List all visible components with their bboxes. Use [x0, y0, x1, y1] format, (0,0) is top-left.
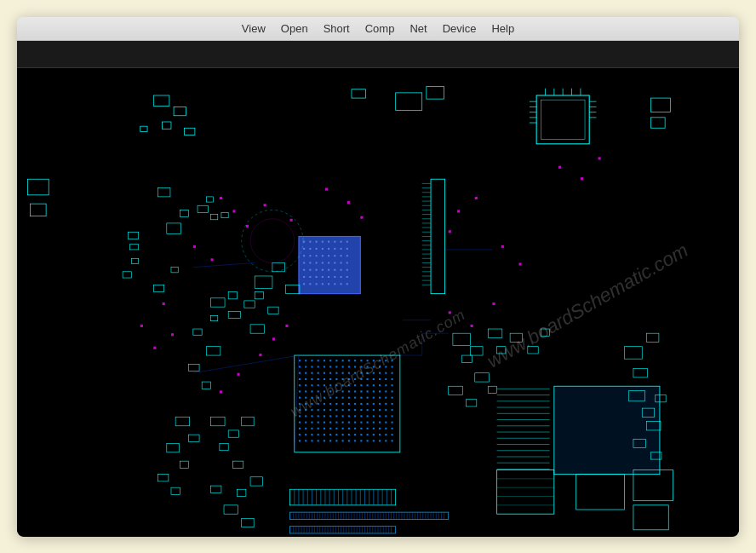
svg-rect-181: [385, 390, 387, 392]
svg-rect-189: [335, 396, 337, 398]
svg-rect-486: [153, 346, 156, 349]
svg-rect-278: [392, 427, 393, 429]
svg-rect-228: [379, 409, 381, 411]
svg-rect-82: [328, 283, 329, 285]
svg-rect-235: [324, 415, 325, 417]
svg-rect-139: [324, 377, 325, 379]
svg-rect-287: [348, 434, 350, 435]
svg-rect-496: [492, 302, 495, 305]
svg-rect-270: [342, 427, 344, 429]
svg-rect-145: [360, 377, 362, 379]
svg-rect-41: [322, 247, 324, 249]
svg-rect-310: [392, 440, 393, 441]
svg-rect-176: [354, 390, 356, 392]
svg-rect-178: [367, 390, 369, 392]
svg-rect-227: [373, 409, 375, 411]
svg-rect-193: [360, 396, 362, 398]
svg-rect-172: [329, 390, 331, 392]
svg-rect-79: [309, 283, 311, 285]
menu-comp[interactable]: Comp: [358, 20, 402, 37]
svg-rect-69: [346, 268, 348, 270]
svg-rect-68: [341, 268, 342, 270]
svg-rect-122: [318, 372, 319, 373]
svg-rect-90: [318, 360, 319, 361]
svg-rect-234: [318, 415, 319, 417]
menu-device[interactable]: Device: [436, 20, 484, 37]
svg-rect-93: [335, 360, 337, 361]
svg-rect-470: [290, 218, 293, 221]
svg-rect-265: [311, 427, 312, 429]
svg-rect-214: [392, 402, 393, 404]
svg-rect-104: [305, 366, 306, 367]
svg-rect-240: [354, 415, 356, 417]
svg-rect-116: [379, 366, 381, 367]
svg-rect-80: [316, 283, 318, 285]
svg-rect-88: [305, 360, 306, 361]
svg-rect-484: [598, 157, 601, 159]
svg-rect-56: [316, 262, 318, 263]
menu-view[interactable]: View: [235, 20, 272, 37]
svg-rect-29: [299, 236, 360, 293]
svg-rect-216: [305, 409, 306, 411]
menu-help[interactable]: Help: [484, 20, 521, 37]
svg-rect-137: [311, 377, 312, 379]
svg-rect-112: [354, 366, 356, 367]
svg-rect-225: [360, 409, 362, 411]
svg-rect-118: [392, 366, 393, 367]
svg-rect-279: [299, 434, 301, 435]
svg-rect-481: [518, 262, 521, 265]
svg-rect-71: [309, 275, 311, 277]
svg-rect-107: [324, 366, 325, 367]
svg-rect-266: [318, 427, 319, 429]
menu-net[interactable]: Net: [403, 20, 433, 37]
svg-rect-238: [342, 415, 344, 417]
svg-rect-102: [392, 360, 393, 361]
svg-rect-273: [360, 427, 362, 429]
svg-rect-482: [558, 165, 561, 168]
svg-rect-223: [348, 409, 350, 411]
svg-rect-177: [360, 390, 362, 392]
svg-rect-244: [379, 415, 381, 417]
svg-rect-202: [318, 402, 319, 404]
svg-rect-272: [354, 427, 356, 429]
svg-rect-83: [334, 283, 335, 285]
svg-rect-308: [379, 440, 381, 441]
svg-rect-61: [346, 262, 348, 263]
svg-rect-150: [392, 377, 393, 379]
svg-rect-277: [385, 427, 387, 429]
svg-rect-291: [373, 434, 375, 435]
svg-rect-251: [324, 421, 325, 423]
svg-rect-153: [311, 384, 312, 386]
svg-rect-119: [299, 372, 301, 373]
svg-rect-87: [299, 360, 301, 361]
svg-rect-253: [335, 421, 337, 423]
svg-rect-131: [373, 372, 375, 373]
svg-rect-300: [329, 440, 331, 441]
svg-rect-296: [305, 440, 306, 441]
svg-rect-294: [392, 434, 393, 435]
svg-rect-101: [385, 360, 387, 361]
svg-rect-179: [373, 390, 375, 392]
svg-rect-75: [334, 275, 335, 277]
svg-rect-46: [303, 255, 305, 256]
svg-rect-85: [346, 283, 348, 285]
svg-rect-57: [322, 262, 324, 263]
svg-rect-63: [309, 268, 311, 270]
svg-rect-191: [348, 396, 350, 398]
canvas-area[interactable]: www.boardSchematic.com www.boardSchemati…: [17, 68, 739, 537]
svg-rect-98: [367, 360, 369, 361]
menu-open[interactable]: Open: [274, 20, 315, 37]
svg-rect-491: [259, 353, 261, 355]
svg-rect-479: [449, 230, 451, 233]
svg-rect-275: [373, 427, 375, 429]
svg-rect-245: [385, 415, 387, 417]
svg-rect-109: [335, 366, 337, 367]
svg-rect-84: [341, 283, 342, 285]
svg-rect-299: [324, 440, 325, 441]
svg-rect-53: [346, 255, 348, 256]
svg-rect-305: [360, 440, 362, 441]
menu-short[interactable]: Short: [317, 20, 357, 37]
svg-rect-103: [299, 366, 301, 367]
svg-rect-157: [335, 384, 337, 386]
svg-rect-261: [385, 421, 387, 423]
